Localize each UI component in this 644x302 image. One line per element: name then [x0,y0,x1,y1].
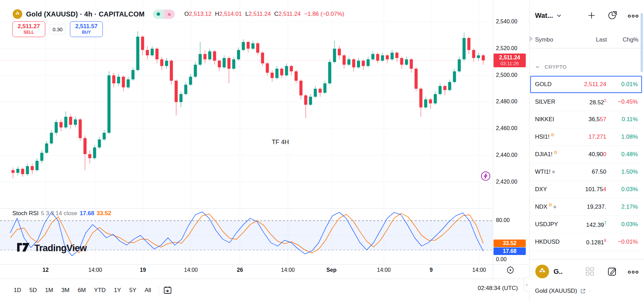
symbol-name: WTI1! [535,169,550,175]
candle-body [362,61,365,66]
symbol-title[interactable]: Gold (XAUUSD) · 4h · CAPITALCOM [26,10,145,18]
indicator-d-value: 33.52 [97,210,111,217]
buy-button[interactable]: 2,511.57 BUY [70,21,103,37]
watchlist-more-icon[interactable]: ooo [628,13,640,19]
candle-body [213,51,216,61]
candle-body [16,169,20,173]
range-button-1d[interactable]: 1D [10,285,25,296]
goto-date-calendar-icon[interactable] [162,285,173,295]
range-button-all[interactable]: All [141,285,155,296]
watchlist-row-gold[interactable]: GOLD2,511.240.01% [530,76,642,93]
symbol-name: USDJPY [535,221,558,228]
details-more-icon[interactable]: ooo [628,269,640,275]
candle-body [55,122,58,133]
header-divider [530,48,644,48]
range-button-ytd[interactable]: YTD [90,285,110,296]
watchlist-row-hkdusd[interactable]: HKDUSD0.12818−0.01% [530,233,642,251]
candle-body [189,77,192,84]
watchlist-row-silver[interactable]: SILVER28.522−0.45% [530,93,642,111]
last-price: 40,900 [571,151,606,158]
watchlist-row-djia1[interactable]: DJIA1!D40,9000.48% [530,146,642,163]
range-button-1y[interactable]: 1Y [110,285,125,296]
candle-body [290,66,293,71]
watchlist-scrollbar[interactable] [641,13,643,72]
details-symbol-short: G.. [554,268,585,276]
candle-body [252,43,255,49]
ohlc-readout: O2,513.12 H2,514.01 L2,511.24 C2,511.24 … [184,11,344,18]
watchlist-row-ndx[interactable]: NDXD19,237.2.17% [530,198,642,216]
candle-body [84,138,87,154]
range-button-1m[interactable]: 1M [41,285,57,296]
symbol-name: NDX [535,204,547,210]
clock-utc[interactable]: 02:48:34 (UTC) [478,285,518,292]
edit-note-icon[interactable] [607,266,618,277]
candle-body [208,51,211,59]
candle-body [386,55,389,59]
details-symbol-full: Gold (XAUUSD) [535,288,577,294]
details-panel: G.. ooo Gold (XAUUSD) [535,264,639,294]
candle-body [410,59,413,69]
ohlc-open-label: O [184,11,189,17]
external-link-icon[interactable] [580,288,586,294]
candle-body [228,58,231,69]
range-button-5d[interactable]: 5D [25,285,41,296]
candle-body [60,122,63,128]
candle-body [443,86,447,90]
candle-body [79,119,82,138]
time-axis-separator [0,264,528,265]
candle-body [108,76,111,133]
delayed-data-badge: D [551,133,554,137]
candle-body [328,62,331,83]
column-chg[interactable]: Chg% [612,36,639,43]
sell-price: 2,511.27 [13,23,45,30]
watchlist-row-hsi1[interactable]: HSI1!D17,2711.08% [530,128,642,146]
range-button-6m[interactable]: 6M [74,285,90,296]
footer-divider [530,259,644,259]
price-axis-label: 2,440.00 [496,152,517,158]
candle-body [376,54,379,60]
indicator-params: 5 3 3 14 close [41,210,77,217]
candle-body [232,59,235,69]
pane-separator[interactable] [0,208,493,209]
change-percent: 0.01% [610,81,638,88]
candle-body [21,169,24,174]
column-symbol[interactable]: Symbo [535,36,574,43]
market-status-toggle[interactable]: ≈ [153,10,175,19]
chart-text-annotation[interactable]: TF 4H [272,139,289,146]
watchlist-row-usdjpy[interactable]: USDJPY142.3970.03% [530,216,642,233]
candle-body [170,61,173,81]
section-crypto[interactable]: CRYPTO [535,64,567,70]
watchlist-title[interactable]: Wat... [535,12,553,20]
add-symbol-icon[interactable] [587,11,596,20]
symbol-name: SILVER [535,98,555,105]
candle-body [237,50,240,59]
candle-body [223,58,226,67]
candle-body [348,59,351,65]
candle-body [415,69,418,89]
watchlist-row-dxy[interactable]: DXY101.7540.03% [530,181,642,198]
market-closed-dot-icon [554,206,556,208]
grid-layout-icon[interactable] [585,266,595,277]
candle-body [69,117,72,125]
last-price: 67.50 [571,169,606,175]
indicator-legend[interactable]: Stoch RSI 5 3 3 14 close 17.68 33.52 [12,210,111,217]
range-button-3m[interactable]: 3M [57,285,74,296]
instant-trading-bolt-icon[interactable] [481,171,491,181]
watchlist-row-wti1[interactable]: WTI1!67.501.50% [530,163,642,181]
section-label: CRYPTO [545,64,567,70]
watchlist-row-nikkei[interactable]: NIKKEI36,5570.11% [530,111,642,128]
range-button-5y[interactable]: 5Y [125,285,141,296]
price-axis-label: 2,500.00 [496,72,517,78]
candlestick-chart[interactable] [0,0,528,302]
sell-button[interactable]: 2,511.27 SELL [12,21,45,37]
ohlc-close-label: C [274,11,278,17]
change-percent: −0.45% [610,98,638,105]
candle-body [256,43,259,53]
chevron-down-icon[interactable] [556,12,562,19]
market-closed-dot-icon [552,171,555,173]
candle-body [314,89,317,97]
heatmap-pie-icon[interactable] [607,10,618,21]
scroll-to-realtime-icon[interactable] [506,266,515,275]
candle-body [103,133,106,139]
column-last[interactable]: Last [574,36,607,43]
